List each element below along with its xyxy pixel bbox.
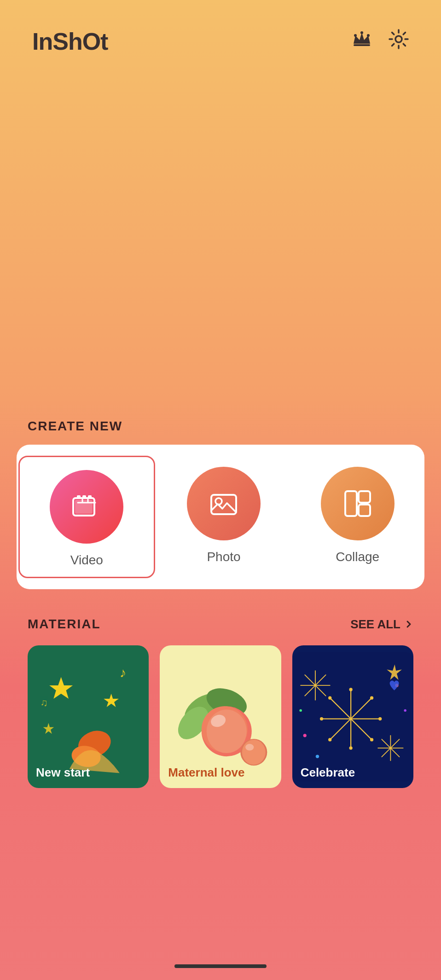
svg-point-2 — [360, 31, 363, 34]
svg-point-4 — [395, 36, 402, 42]
header-actions — [352, 29, 409, 54]
svg-text:♫: ♫ — [40, 697, 47, 708]
material-header: MATERIAL SEE ALL — [28, 617, 413, 632]
svg-point-44 — [378, 717, 382, 720]
hero-area — [0, 69, 441, 419]
svg-point-66 — [303, 734, 306, 737]
material-label: MATERIAL — [28, 617, 101, 632]
collage-icon-circle — [321, 467, 395, 540]
svg-point-3 — [367, 34, 370, 37]
create-new-label: CREATE NEW — [0, 419, 441, 445]
app-logo: InShOt — [32, 28, 108, 55]
svg-point-28 — [207, 710, 247, 753]
svg-point-70 — [299, 709, 302, 712]
svg-rect-0 — [354, 44, 370, 46]
svg-rect-9 — [88, 495, 92, 499]
svg-point-32 — [245, 744, 254, 751]
photo-label: Photo — [207, 550, 240, 564]
svg-rect-16 — [359, 504, 370, 516]
svg-point-13 — [215, 498, 222, 504]
svg-rect-15 — [359, 491, 370, 503]
svg-point-48 — [370, 738, 373, 741]
create-video-item[interactable]: Video — [18, 456, 155, 578]
create-photo-item[interactable]: Photo — [157, 454, 291, 580]
material-section: MATERIAL SEE ALL ♪ — [0, 617, 441, 788]
svg-point-43 — [349, 746, 352, 749]
svg-rect-12 — [211, 495, 236, 514]
svg-rect-14 — [345, 491, 357, 516]
svg-rect-8 — [82, 495, 86, 499]
celebrate-label: Celebrate — [301, 765, 405, 780]
photo-icon-circle — [187, 467, 261, 540]
svg-text:♪: ♪ — [120, 665, 127, 680]
svg-rect-7 — [77, 495, 81, 499]
home-indicator — [174, 964, 267, 968]
crown-icon[interactable] — [352, 29, 372, 54]
svg-point-49 — [328, 738, 331, 741]
svg-point-45 — [320, 717, 323, 720]
collage-label: Collage — [336, 550, 379, 564]
svg-point-67 — [316, 755, 319, 758]
svg-point-42 — [349, 688, 352, 691]
svg-point-31 — [242, 740, 266, 765]
svg-point-69 — [404, 709, 406, 712]
header: InShOt — [0, 0, 441, 69]
maternal-love-label: Maternal love — [168, 765, 273, 780]
svg-point-47 — [328, 696, 331, 700]
settings-icon[interactable] — [389, 29, 409, 54]
svg-point-1 — [354, 34, 357, 37]
material-grid: ♪ ♫ New start — [28, 645, 413, 788]
video-icon-circle — [50, 470, 123, 544]
see-all-button[interactable]: SEE ALL — [350, 617, 413, 632]
create-collage-item[interactable]: Collage — [290, 454, 424, 580]
material-card-maternal-love[interactable]: Maternal love — [160, 645, 281, 788]
video-label: Video — [70, 553, 103, 568]
bottom-bar — [0, 952, 441, 980]
new-start-label: New start — [36, 765, 140, 780]
svg-point-46 — [370, 696, 373, 700]
create-new-card: Video Photo Collage — [17, 445, 424, 589]
material-card-celebrate[interactable]: Celebrate — [292, 645, 413, 788]
material-card-new-start[interactable]: ♪ ♫ New start — [28, 645, 149, 788]
